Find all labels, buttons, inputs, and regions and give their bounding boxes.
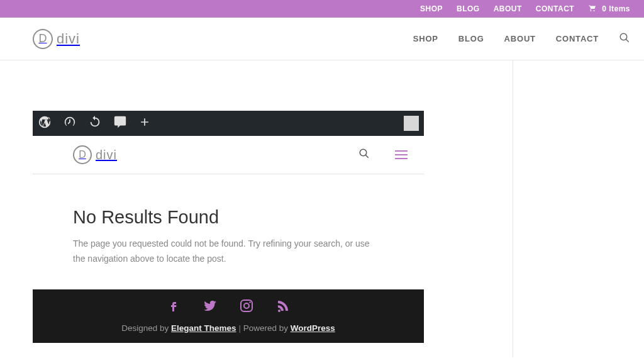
hamburger-icon[interactable]	[395, 150, 408, 159]
logo-text: divi	[57, 31, 80, 47]
svg-line-3	[365, 155, 369, 158]
refresh-icon[interactable]	[88, 115, 102, 131]
wordpress-link[interactable]: WordPress	[291, 323, 335, 333]
credit-sep: |	[236, 323, 243, 333]
footer-credit: Designed by Elegant Themes | Powered by …	[33, 323, 424, 333]
topbar-link-about[interactable]: ABOUT	[494, 4, 522, 13]
nav-link-blog[interactable]: BLOG	[458, 34, 484, 43]
topbar-link-blog[interactable]: BLOG	[457, 4, 480, 13]
preview-content: No Results Found The page you requested …	[33, 207, 424, 289]
svg-point-2	[360, 149, 367, 156]
dashboard-icon[interactable]	[63, 115, 77, 131]
topbar-link-shop[interactable]: SHOP	[420, 4, 443, 13]
preview-logo-icon: D	[73, 145, 92, 164]
plus-icon[interactable]	[138, 116, 151, 131]
logo[interactable]: D divi	[33, 29, 80, 49]
cart-link[interactable]: 0 Items	[588, 4, 630, 14]
social-row	[33, 298, 424, 316]
embedded-preview: D divi No Results Found The page you req…	[33, 111, 424, 343]
preview-logo[interactable]: D divi	[73, 145, 117, 164]
facebook-icon[interactable]	[166, 298, 181, 316]
comment-icon[interactable]	[113, 115, 127, 131]
logo-icon: D	[33, 29, 53, 49]
sidebar-column	[513, 60, 644, 357]
svg-point-6	[249, 301, 250, 303]
instagram-icon[interactable]	[239, 298, 254, 316]
search-icon[interactable]	[619, 32, 630, 46]
twitter-icon[interactable]	[203, 298, 218, 316]
main-nav: SHOP BLOG ABOUT CONTACT	[413, 32, 630, 46]
cart-count-label: 0 Items	[602, 4, 630, 13]
rss-icon[interactable]	[275, 298, 291, 316]
header: D divi SHOP BLOG ABOUT CONTACT	[0, 18, 644, 60]
preview-header: D divi	[33, 136, 424, 174]
nav-link-contact[interactable]: CONTACT	[556, 34, 599, 43]
topbar: SHOP BLOG ABOUT CONTACT 0 Items	[0, 0, 644, 18]
topbar-link-contact[interactable]: CONTACT	[536, 4, 574, 13]
svg-line-1	[626, 39, 629, 42]
svg-point-5	[244, 303, 249, 308]
no-results-title: No Results Found	[73, 207, 384, 228]
page-body: D divi No Results Found The page you req…	[0, 60, 644, 357]
credit-powered: Powered by	[243, 323, 291, 333]
svg-point-0	[620, 33, 627, 40]
wordpress-icon[interactable]	[38, 115, 52, 131]
main-column: D divi No Results Found The page you req…	[0, 60, 513, 357]
no-results-text: The page you requested could not be foun…	[73, 237, 384, 267]
wp-admin-bar	[33, 111, 424, 136]
preview-footer: Designed by Elegant Themes | Powered by …	[33, 289, 424, 343]
cart-icon	[588, 4, 597, 14]
user-avatar[interactable]	[404, 116, 419, 131]
preview-search-icon[interactable]	[358, 148, 395, 162]
nav-link-shop[interactable]: SHOP	[413, 34, 438, 43]
credit-prefix: Designed by	[121, 323, 171, 333]
elegant-themes-link[interactable]: Elegant Themes	[171, 323, 236, 333]
nav-link-about[interactable]: ABOUT	[504, 34, 536, 43]
preview-logo-text: divi	[96, 148, 117, 162]
